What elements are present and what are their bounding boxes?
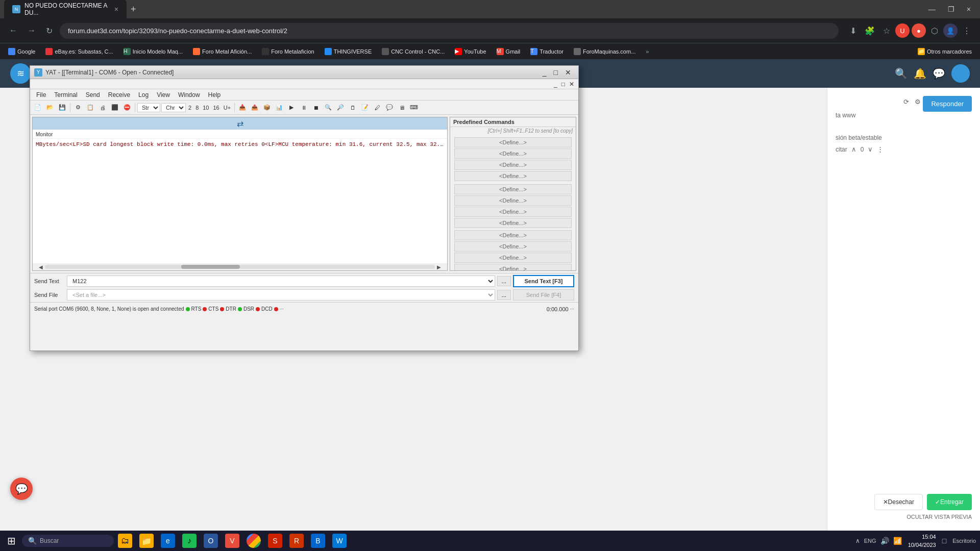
download-icon[interactable]: ⬇ <box>847 23 860 39</box>
bookmark-gmail[interactable]: M Gmail <box>493 46 525 57</box>
systray-network[interactable]: 📶 <box>893 537 902 545</box>
predefined-btn-2[interactable]: <Define...> <box>454 148 572 159</box>
notification-area-btn[interactable]: □ <box>942 537 946 545</box>
profile-icon[interactable]: U <box>895 23 910 38</box>
toolbar-btn10[interactable]: 📦 <box>261 102 273 113</box>
bookmark-thingiverse[interactable]: THINGIVERSE <box>321 46 376 57</box>
predefined-btn-5[interactable]: <Define...> <box>454 184 572 194</box>
submit-btn[interactable]: ✓Entregar <box>927 494 972 510</box>
profile2-icon[interactable]: 👤 <box>943 23 958 38</box>
bookmark-google[interactable]: Google <box>4 46 39 57</box>
systray-up-arrow[interactable]: ∧ <box>855 537 860 544</box>
toolbar-btn4[interactable]: ⚙ <box>72 102 84 113</box>
bookmark-foromaquinas[interactable]: ForoMaquinas.com... <box>570 46 640 57</box>
predefined-btn-4[interactable]: <Define...> <box>454 171 572 181</box>
bookmark-cnc[interactable]: CNC Control - CNC... <box>378 46 449 57</box>
toolbar-btn9[interactable]: 📤 <box>249 102 260 113</box>
user-avatar[interactable] <box>951 64 970 83</box>
extension-icon[interactable]: 🧩 <box>862 23 878 39</box>
toolbar-btn20[interactable]: 💬 <box>384 102 395 113</box>
taskbar-app-spotify[interactable]: ♪ <box>179 532 200 550</box>
predefined-btn-10[interactable]: <Define...> <box>454 241 572 252</box>
taskbar-app-vpn[interactable]: V <box>222 532 242 550</box>
predefined-btn-9[interactable]: <Define...> <box>454 230 572 240</box>
toolbar-btn12[interactable]: ▶ <box>286 102 297 113</box>
toolbar-stop-btn[interactable]: ⛔ <box>121 102 133 113</box>
browser-close-btn[interactable]: × <box>962 3 976 15</box>
ocultar-btn[interactable]: OCULTAR VISTA PREVIA <box>906 514 972 520</box>
taskbar-app-office[interactable]: O <box>201 532 221 550</box>
predefined-btn-3[interactable]: <Define...> <box>454 160 572 170</box>
yat-maximize-btn[interactable]: □ <box>551 67 561 78</box>
menu-terminal[interactable]: Terminal <box>50 90 81 99</box>
toolbar-btn5[interactable]: 📋 <box>85 102 96 113</box>
toolbar-open-btn[interactable]: 📂 <box>44 102 56 113</box>
scroll-thumb[interactable] <box>181 265 240 269</box>
bookmark-youtube[interactable]: ▶ YouTube <box>451 46 490 57</box>
bookmark-foro-metal[interactable]: Foro Metal Afición... <box>189 46 256 57</box>
predefined-btn-6[interactable]: <Define...> <box>454 195 572 206</box>
more-options-btn[interactable]: ⋮ <box>877 145 884 153</box>
toolbar-save-btn[interactable]: 💾 <box>57 102 68 113</box>
chat-icon-btn[interactable]: 💬 <box>933 67 945 80</box>
toolbar-btn13[interactable]: ⏸ <box>298 102 309 113</box>
new-tab-btn[interactable]: + <box>127 2 140 17</box>
forward-btn[interactable]: → <box>24 23 39 38</box>
responder-btn[interactable]: Responder <box>923 96 972 112</box>
toolbar-btn14[interactable]: ⏹ <box>310 102 322 113</box>
menu-file[interactable]: File <box>32 90 50 99</box>
bookmark-ebay[interactable]: eBay.es: Subastas, C... <box>41 46 117 57</box>
yat-close-btn[interactable]: ✕ <box>562 67 574 78</box>
predefined-btn-11[interactable]: <Define...> <box>454 253 572 263</box>
yat-minimize-btn[interactable]: _ <box>540 67 550 78</box>
bookmark-inicio[interactable]: H Inicio Modelo Maq... <box>119 46 187 57</box>
search-taskbar-text[interactable]: Buscar <box>40 537 59 544</box>
search-icon-btn[interactable]: 🔍 <box>895 67 908 80</box>
bell-icon-btn[interactable]: 🔔 <box>914 67 926 80</box>
taskbar-app-blue[interactable]: B <box>308 532 328 550</box>
extra-minimize-btn[interactable]: _ <box>552 81 559 88</box>
send-text-browse-btn[interactable]: ... <box>497 276 511 286</box>
sidebar-icon-btn2[interactable]: ⚙ <box>913 96 923 108</box>
address-bar[interactable] <box>60 23 839 39</box>
taskbar-app-explorer[interactable]: 🗂 <box>115 532 135 550</box>
taskbar-app-red[interactable]: R <box>286 532 307 550</box>
extra-close-btn[interactable]: ✕ <box>567 81 576 88</box>
vote-down-btn[interactable]: ∨ <box>868 145 873 153</box>
toolbar-btn11[interactable]: 📊 <box>274 102 285 113</box>
reload-btn[interactable]: ↻ <box>43 23 56 39</box>
predefined-btn-7[interactable]: <Define...> <box>454 207 572 217</box>
menu-help[interactable]: Help <box>204 90 225 99</box>
menu-send[interactable]: Send <box>82 90 104 99</box>
toolbar-btn7[interactable]: ⬛ <box>109 102 120 113</box>
predefined-btn-8[interactable]: <Define...> <box>454 218 572 228</box>
toolbar-btn8[interactable]: 📥 <box>237 102 248 113</box>
start-button[interactable]: ⊞ <box>2 532 21 550</box>
taskbar-app-ie[interactable]: e <box>158 532 178 550</box>
status-more-btn[interactable]: ··· <box>280 306 284 312</box>
bookmark-otros[interactable]: 📁 Otros marcadores <box>914 46 976 57</box>
send-file-btn[interactable]: Send File [F4] <box>513 289 574 300</box>
chat-widget-btn[interactable]: 💬 <box>10 478 33 500</box>
send-file-select[interactable]: <Set a file...> <box>67 289 495 300</box>
predefined-btn-12[interactable]: <Define...> <box>454 264 572 271</box>
menu-window[interactable]: Window <box>174 90 204 99</box>
toolbar-btn18[interactable]: 📝 <box>359 102 371 113</box>
bookmark-traductor[interactable]: T Traductor <box>526 46 568 57</box>
menu-icon[interactable]: ⋮ <box>960 23 974 39</box>
toolbar-btn19[interactable]: 🖊 <box>372 102 383 113</box>
horizontal-scrollbar[interactable]: ◀ ▶ <box>33 263 447 270</box>
taskbar-app-win[interactable]: W <box>329 532 350 550</box>
chr-dropdown[interactable]: Chr <box>161 103 186 112</box>
scroll-left-btn[interactable]: ◀ <box>39 264 43 270</box>
bookmark-more-btn[interactable]: » <box>642 47 653 56</box>
bookmark-foro-meta[interactable]: Foro Metalaficion <box>258 46 318 57</box>
browser-minimize-btn[interactable]: — <box>923 3 941 15</box>
send-text-btn[interactable]: Send Text [F3] <box>513 275 574 287</box>
extra-restore-btn[interactable]: □ <box>559 81 567 88</box>
taskbar-app-folder[interactable]: 📁 <box>136 532 157 550</box>
menu-receive[interactable]: Receive <box>104 90 134 99</box>
discard-btn[interactable]: ✕Desechar <box>874 494 923 510</box>
star-icon[interactable]: ☆ <box>880 23 893 39</box>
browser-maximize-btn[interactable]: ❐ <box>943 3 960 15</box>
